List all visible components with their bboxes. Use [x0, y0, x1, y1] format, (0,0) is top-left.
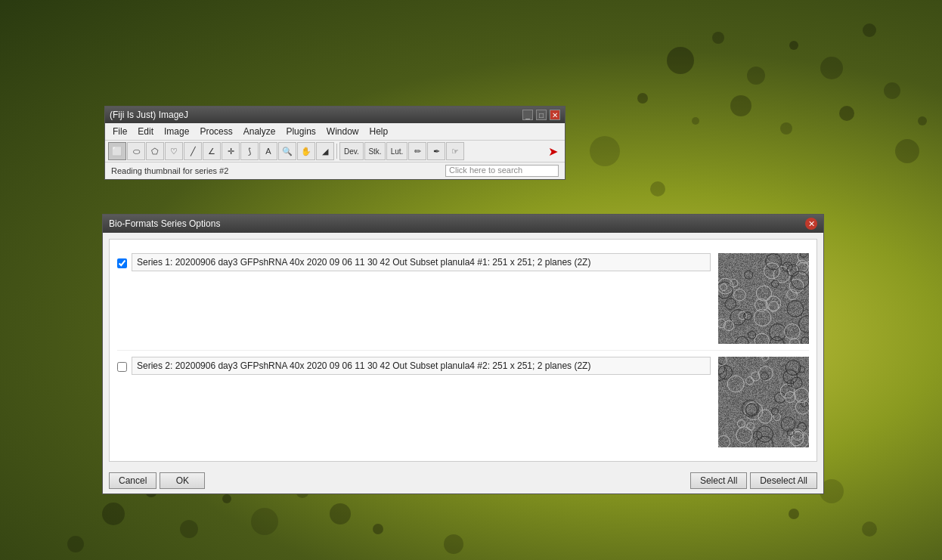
svg-point-22	[330, 503, 351, 524]
point-tool[interactable]: ✛	[222, 142, 240, 160]
imagej-title: (Fiji Is Just) ImageJ	[110, 110, 188, 120]
svg-point-18	[180, 520, 198, 538]
rectangle-tool[interactable]: ⬜	[108, 142, 126, 160]
svg-point-13	[918, 116, 927, 125]
imagej-close-button[interactable]: ✕	[550, 110, 560, 120]
svg-point-25	[444, 534, 463, 554]
dialog-buttons-right: Select All Deselect All	[690, 472, 817, 489]
cancel-button[interactable]: Cancel	[109, 472, 156, 489]
series-1-label: Series 1: 20200906 day3 GFPshRNA 40x 202…	[132, 253, 711, 271]
svg-point-8	[692, 117, 699, 125]
menu-window[interactable]: Window	[322, 125, 364, 138]
svg-point-19	[222, 494, 231, 503]
svg-point-4	[820, 57, 843, 79]
lut-button[interactable]: Lut.	[386, 142, 407, 160]
svg-point-10	[780, 122, 792, 135]
text-tool[interactable]: A	[259, 142, 277, 160]
svg-point-2	[747, 67, 765, 85]
imagej-titlebar: (Fiji Is Just) ImageJ _ □ ✕	[105, 107, 565, 123]
svg-point-5	[863, 23, 876, 37]
series-1-canvas	[718, 253, 809, 344]
hand-tool[interactable]: ✋	[297, 142, 315, 160]
toolbar: ⬜ ⬭ ⬠ ♡ ╱ ∠ ✛ ⟆ A 🔍 ✋ ◢ Dev. Stk. Lut. ✏…	[105, 141, 565, 162]
svg-point-27	[862, 521, 877, 537]
menu-help[interactable]: Help	[365, 125, 393, 138]
series-list: Series 1: 20200906 day3 GFPshRNA 40x 202…	[109, 239, 817, 462]
status-bar: Reading thumbnail for series #2 Click he…	[105, 162, 565, 179]
svg-point-11	[839, 106, 854, 121]
svg-point-0	[667, 47, 694, 74]
svg-point-23	[373, 524, 383, 534]
angle-tool[interactable]: ∠	[203, 142, 221, 160]
maximize-button[interactable]: □	[536, 110, 547, 120]
series-2-label: Series 2: 20200906 day3 GFPshRNA 40x 202…	[132, 357, 711, 375]
bioformats-titlebar: Bio-Formats Series Options ✕	[103, 215, 823, 233]
series-item-2: Series 2: 20200906 day3 GFPshRNA 40x 202…	[117, 351, 809, 453]
series-2-thumbnail	[718, 357, 809, 447]
menu-file[interactable]: File	[108, 125, 132, 138]
stk-button[interactable]: Stk.	[364, 142, 386, 160]
status-text: Reading thumbnail for series #2	[111, 166, 228, 175]
svg-point-15	[650, 181, 665, 196]
imagej-window: (Fiji Is Just) ImageJ _ □ ✕ File Edit Im…	[104, 106, 566, 180]
bioformats-dialog: Bio-Formats Series Options ✕ Series 1: 2…	[102, 214, 824, 494]
freehand-tool[interactable]: ♡	[165, 142, 183, 160]
minimize-button[interactable]: _	[522, 110, 533, 120]
svg-point-28	[789, 509, 799, 519]
series-2-checkbox[interactable]	[117, 362, 127, 372]
menu-process[interactable]: Process	[195, 125, 237, 138]
menu-analyze[interactable]: Analyze	[239, 125, 280, 138]
menu-image[interactable]: Image	[160, 125, 194, 138]
deselect-all-button[interactable]: Deselect All	[750, 472, 817, 489]
rubber-tool[interactable]: ☞	[446, 142, 464, 160]
menu-plugins[interactable]: Plugins	[281, 125, 320, 138]
magnify-tool[interactable]: 🔍	[278, 142, 296, 160]
polygon-tool[interactable]: ⬠	[146, 142, 164, 160]
dialog-buttons-left: Cancel OK	[109, 472, 205, 489]
wand-tool[interactable]: ⟆	[240, 142, 259, 160]
svg-point-12	[895, 139, 919, 163]
svg-point-20	[251, 508, 278, 535]
svg-point-24	[67, 536, 84, 552]
bioformats-close-button[interactable]: ✕	[805, 218, 817, 230]
ok-button[interactable]: OK	[160, 472, 205, 489]
svg-point-1	[712, 32, 724, 44]
dev-button[interactable]: Dev.	[339, 142, 364, 160]
search-box[interactable]: Click here to search	[445, 165, 559, 177]
select-all-button[interactable]: Select All	[690, 472, 747, 489]
menu-bar: File Edit Image Process Analyze Plugins …	[105, 123, 565, 141]
toolbar-separator-1	[336, 144, 337, 159]
paintbrush-tool[interactable]: ✒	[427, 142, 445, 160]
dropper-tool[interactable]: ◢	[316, 142, 334, 160]
series-2-canvas	[718, 357, 809, 447]
imagej-window-controls: _ □ ✕	[522, 110, 560, 120]
svg-point-7	[637, 93, 648, 104]
svg-point-14	[590, 136, 620, 166]
svg-point-9	[730, 95, 751, 116]
oval-tool[interactable]: ⬭	[127, 142, 145, 160]
line-tool[interactable]: ╱	[184, 142, 202, 160]
dialog-buttons: Cancel OK Select All Deselect All	[103, 468, 823, 493]
svg-point-3	[789, 41, 798, 50]
bioformats-title: Bio-Formats Series Options	[109, 218, 220, 229]
svg-point-6	[884, 82, 900, 99]
series-2-main: Series 2: 20200906 day3 GFPshRNA 40x 202…	[117, 357, 711, 375]
series-1-checkbox[interactable]	[117, 258, 127, 268]
svg-point-16	[102, 503, 125, 525]
arrow-button[interactable]: ➤	[544, 142, 562, 160]
series-1-thumbnail	[718, 253, 809, 344]
menu-edit[interactable]: Edit	[133, 125, 158, 138]
series-item-1: Series 1: 20200906 day3 GFPshRNA 40x 202…	[117, 247, 809, 351]
pencil-tool[interactable]: ✏	[408, 142, 426, 160]
series-1-main: Series 1: 20200906 day3 GFPshRNA 40x 202…	[117, 253, 711, 271]
